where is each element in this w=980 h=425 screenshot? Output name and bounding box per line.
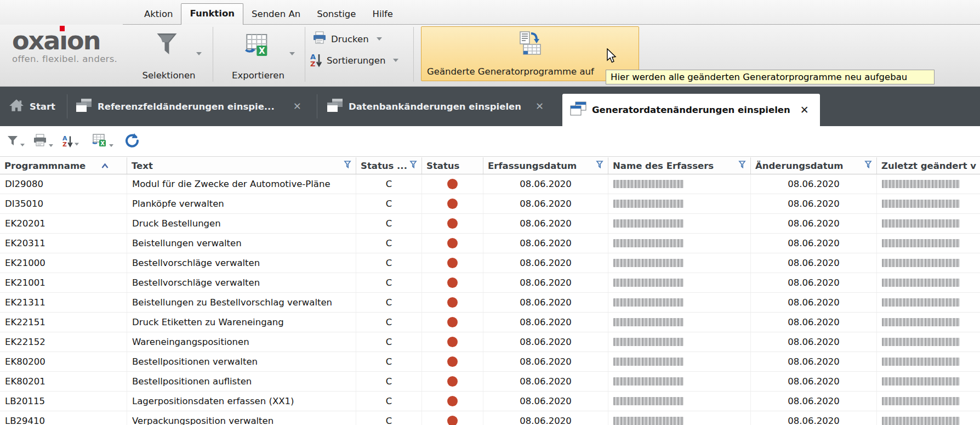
cell-name-des-erfassers <box>608 194 751 213</box>
cell-status-kuerzel: C <box>356 411 422 425</box>
redacted-name <box>882 318 960 326</box>
toolbar-print-button[interactable] <box>33 134 53 149</box>
column-header-status[interactable]: Status <box>422 157 483 174</box>
redacted-name <box>882 180 960 188</box>
cell-status-kuerzel: C <box>356 194 422 213</box>
table-row[interactable]: EK22151 Druck Etiketten zu Wareneingang … <box>0 313 980 332</box>
logo-tagline: offen. flexibel. anders. <box>12 55 117 64</box>
cell-aenderungsdatum: 08.06.2020 <box>751 174 877 194</box>
table-row[interactable]: EK80201 Bestellpositionen auflisten C 08… <box>0 372 980 392</box>
sortierungen-button[interactable]: AZ Sortierungen <box>310 53 398 67</box>
exportieren-dropdown-arrow[interactable] <box>289 52 295 55</box>
cell-status <box>422 174 483 194</box>
sort-asc-caret-icon[interactable] <box>101 161 109 171</box>
cell-status-kuerzel: C <box>356 253 422 273</box>
tab-datenbankaenderungen[interactable]: Datenbankänderungen einspielen <box>327 87 544 126</box>
cell-text: Bestellpositionen verwalten <box>127 352 356 371</box>
funnel-filter-icon[interactable] <box>864 160 872 171</box>
cell-status-kuerzel: C <box>356 392 422 411</box>
cell-aenderungsdatum: 08.06.2020 <box>751 273 877 292</box>
table-row[interactable]: DI35010 Planköpfe verwalten C 08.06.2020… <box>0 194 980 214</box>
table-row[interactable]: EK22152 Wareneingangspositionen C 08.06.… <box>0 332 980 352</box>
cell-programmname: EK21000 <box>0 253 127 273</box>
redacted-name <box>613 318 683 326</box>
refresh-icon <box>124 133 140 150</box>
close-icon[interactable] <box>800 105 809 115</box>
cell-name-des-erfassers <box>608 372 751 391</box>
cell-text: Beistellungen verwalten <box>127 234 356 253</box>
drucken-button[interactable]: Drucken <box>312 31 382 47</box>
printer-icon <box>33 134 47 149</box>
tab-start[interactable]: Start <box>9 87 55 126</box>
funnel-filter-icon[interactable] <box>738 160 746 171</box>
status-dot-icon <box>447 317 458 327</box>
column-header-name-des-erfassers[interactable]: Name des Erfassers <box>608 157 751 174</box>
toolbar-sort-button[interactable]: AZ <box>62 135 79 148</box>
menu-item-sonstige[interactable]: Sonstige <box>309 4 364 25</box>
window-form-icon <box>327 98 343 115</box>
column-header-aenderungsdatum[interactable]: Änderungsdatum <box>751 157 877 174</box>
status-dot-icon <box>447 356 458 367</box>
tab-referenzfeldaenderungen[interactable]: Referenzfeldänderungen einspie... <box>76 87 301 126</box>
table-row[interactable]: LB29410 Verpackungsposition verwalten C … <box>0 411 980 425</box>
dropdown-arrow-icon[interactable] <box>20 144 25 146</box>
cell-status-kuerzel: C <box>356 174 422 194</box>
toolbar-filter-button[interactable] <box>7 134 25 149</box>
table-row[interactable]: EK20201 Druck Bestellungen C 08.06.2020 … <box>0 214 980 234</box>
tab-label: Datenbankänderungen einspielen <box>349 101 521 112</box>
column-header-zuletzt-geaendert[interactable]: Zuletzt geändert v <box>877 157 980 174</box>
selektionen-dropdown-arrow[interactable] <box>196 52 202 55</box>
cell-text: Bestellvorschläge verwalten <box>127 253 356 273</box>
column-header-status-kuerzel[interactable]: Status ... <box>356 157 422 174</box>
column-header-label: Zuletzt geändert v <box>881 161 976 171</box>
cell-aenderungsdatum: 08.06.2020 <box>751 372 877 391</box>
menu-item-senden-an[interactable]: Senden An <box>243 4 309 25</box>
funnel-filter-icon[interactable] <box>409 160 417 171</box>
redacted-name <box>613 279 683 287</box>
dropdown-arrow-icon[interactable] <box>49 144 53 147</box>
cell-name-des-erfassers <box>608 392 751 411</box>
cell-programmname: EK21001 <box>0 273 127 292</box>
table-row[interactable]: EK80200 Bestellpositionen verwalten C 08… <box>0 352 980 372</box>
table-row[interactable]: EK20311 Beistellungen verwalten C 08.06.… <box>0 234 980 253</box>
cell-name-des-erfassers <box>608 313 751 332</box>
column-header-label: Name des Erfassers <box>613 161 714 171</box>
oxaion-logo: oxaıon offen. flexibel. anders. <box>12 28 117 64</box>
toolbar-refresh-button[interactable] <box>124 133 140 150</box>
cell-erfassungsdatum: 08.06.2020 <box>483 352 608 371</box>
column-header-programmname[interactable]: Programmname <box>0 157 127 174</box>
cell-programmname: DI29080 <box>0 174 127 194</box>
sortierungen-dropdown-arrow[interactable] <box>393 59 398 62</box>
menu-item-hilfe[interactable]: Hilfe <box>364 4 401 25</box>
column-header-erfassungsdatum[interactable]: Erfassungsdatum <box>483 157 608 174</box>
svg-text:X: X <box>100 140 105 146</box>
toolbar-export-button[interactable]: X <box>92 134 113 149</box>
dropdown-arrow-icon[interactable] <box>109 144 113 147</box>
table-row[interactable]: EK21311 Beistellungen zu Bestellvorschla… <box>0 293 980 313</box>
menu-item-funktion[interactable]: Funktion <box>181 3 243 25</box>
funnel-filter-icon[interactable] <box>596 160 603 171</box>
drucken-dropdown-arrow[interactable] <box>377 37 382 41</box>
window-form-icon <box>570 101 586 118</box>
selektionen-button[interactable]: Selektionen <box>132 27 206 84</box>
exportieren-button[interactable]: X Exportieren <box>217 27 299 84</box>
cell-programmname: EK80200 <box>0 352 127 371</box>
column-header-text[interactable]: Text <box>127 157 356 174</box>
table-row[interactable]: EK21000 Bestellvorschläge verwalten C 08… <box>0 253 980 273</box>
close-icon[interactable] <box>535 101 544 111</box>
cell-name-des-erfassers <box>608 332 751 352</box>
close-icon[interactable] <box>293 101 301 111</box>
table-row[interactable]: EK21001 Bestellvorschläge verwalten C 08… <box>0 273 980 293</box>
tab-generatordatenaenderungen-active[interactable]: Generatordatenänderungen einspielen <box>562 94 820 126</box>
cell-erfassungsdatum: 08.06.2020 <box>483 214 608 233</box>
funnel-filter-icon[interactable] <box>344 160 351 171</box>
cell-aenderungsdatum: 08.06.2020 <box>751 234 877 253</box>
menu-item-aktion[interactable]: Aktion <box>136 4 181 25</box>
table-row[interactable]: DI29080 Modul für die Zwecke der Automot… <box>0 174 980 194</box>
cell-erfassungsdatum: 08.06.2020 <box>483 194 608 213</box>
cell-erfassungsdatum: 08.06.2020 <box>483 234 608 253</box>
table-row[interactable]: LB20115 Lagerpositionsdaten erfassen (XX… <box>0 392 980 411</box>
cell-zuletzt-geaendert <box>877 313 980 332</box>
dropdown-arrow-icon[interactable] <box>75 143 79 145</box>
status-dot-icon <box>447 416 458 425</box>
